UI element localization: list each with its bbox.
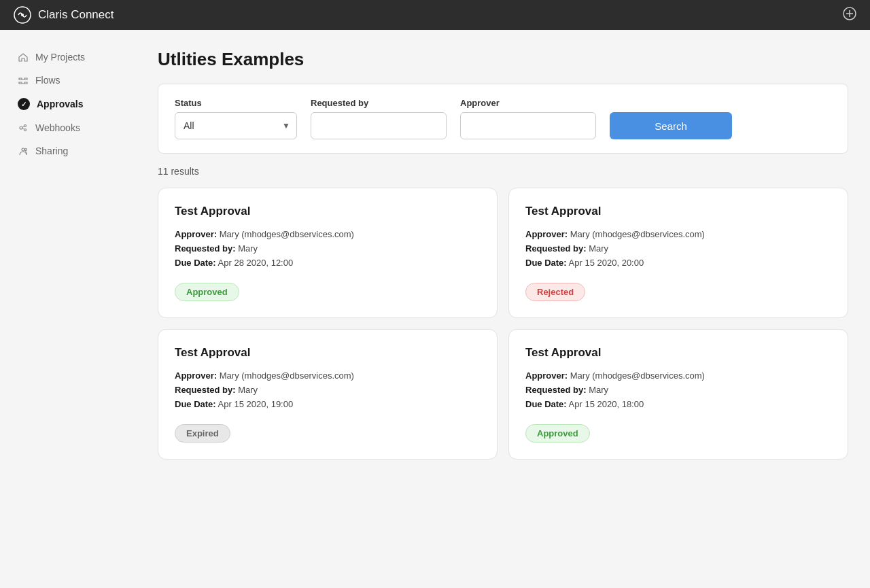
approval-card-1[interactable]: Test Approval Approver: Mary (mhodges@db… <box>158 188 498 318</box>
sidebar-item-flows[interactable]: Flows <box>11 69 125 91</box>
sidebar-item-approvals[interactable]: Approvals <box>11 92 125 116</box>
svg-point-5 <box>24 129 27 131</box>
card-approver-4: Approver: Mary (mhodges@dbservices.com) <box>525 370 831 381</box>
page-title: Utlities Examples <box>158 49 848 70</box>
sidebar: My Projects Flows Approvals <box>0 30 136 588</box>
search-button[interactable]: Search <box>610 112 732 139</box>
sharing-icon <box>18 145 29 156</box>
card-due-date-3: Due Date: Apr 15 2020, 19:00 <box>175 399 481 409</box>
results-count: 11 results <box>158 166 848 177</box>
cards-grid: Test Approval Approver: Mary (mhodges@db… <box>158 188 848 460</box>
approval-card-3[interactable]: Test Approval Approver: Mary (mhodges@db… <box>158 329 498 460</box>
sidebar-item-sharing[interactable]: Sharing <box>11 140 125 162</box>
claris-connect-icon <box>14 6 31 24</box>
status-select-wrap: All Approved Rejected Expired Pending ▼ <box>175 112 297 139</box>
card-requested-by-1: Requested by: Mary <box>175 243 481 254</box>
sidebar-label-sharing: Sharing <box>35 145 68 156</box>
card-requested-by-4: Requested by: Mary <box>525 385 831 395</box>
requested-by-label-1: Requested by: <box>175 243 236 254</box>
sidebar-label-my-projects: My Projects <box>35 52 85 63</box>
approver-value-1: Mary (mhodges@dbservices.com) <box>220 229 354 239</box>
approver-filter-field: Approver <box>460 98 596 139</box>
svg-point-1 <box>21 14 24 16</box>
requested-by-label: Requested by <box>311 98 447 108</box>
status-badge-1: Approved <box>175 283 239 301</box>
sidebar-item-my-projects[interactable]: My Projects <box>11 46 125 68</box>
sidebar-label-approvals: Approvals <box>37 99 83 109</box>
requested-by-value-2: Mary <box>589 243 608 254</box>
approver-input[interactable] <box>460 112 596 139</box>
card-title-2: Test Approval <box>525 205 831 218</box>
topbar: Claris Connect <box>0 0 870 30</box>
card-due-date-4: Due Date: Apr 15 2020, 18:00 <box>525 399 831 409</box>
status-select[interactable]: All Approved Rejected Expired Pending <box>175 112 297 139</box>
flows-icon <box>18 75 29 86</box>
approval-card-2[interactable]: Test Approval Approver: Mary (mhodges@db… <box>508 188 848 318</box>
approver-label-3: Approver: <box>175 370 217 381</box>
requested-by-label-4: Requested by: <box>525 385 587 395</box>
status-badge-2: Rejected <box>525 283 585 301</box>
sidebar-label-webhooks: Webhooks <box>35 122 80 133</box>
card-requested-by-2: Requested by: Mary <box>525 243 831 254</box>
approver-label: Approver <box>460 98 596 108</box>
card-approver-3: Approver: Mary (mhodges@dbservices.com) <box>175 370 481 381</box>
due-date-value-2: Apr 15 2020, 20:00 <box>569 258 644 268</box>
approver-value-4: Mary (mhodges@dbservices.com) <box>570 370 705 381</box>
requested-by-label-2: Requested by: <box>525 243 587 254</box>
svg-point-7 <box>25 149 27 151</box>
status-badge-3: Expired <box>175 424 230 443</box>
due-date-value-1: Apr 28 2020, 12:00 <box>218 258 294 268</box>
brand: Claris Connect <box>14 6 114 24</box>
app-body: My Projects Flows Approvals <box>0 30 870 588</box>
requested-by-filter-field: Requested by <box>311 98 447 139</box>
filter-row: Status All Approved Rejected Expired Pen… <box>175 98 831 139</box>
due-date-label-2: Due Date: <box>525 258 567 268</box>
brand-label: Claris Connect <box>38 8 114 22</box>
approver-label-1: Approver: <box>175 229 217 239</box>
card-due-date-2: Due Date: Apr 15 2020, 20:00 <box>525 258 831 268</box>
due-date-label-3: Due Date: <box>175 399 216 409</box>
main-content: Utlities Examples Status All Approved Re… <box>136 30 870 588</box>
requested-by-label-3: Requested by: <box>175 385 236 395</box>
home-icon <box>18 52 29 63</box>
requested-by-value-3: Mary <box>238 385 258 395</box>
status-filter-field: Status All Approved Rejected Expired Pen… <box>175 98 297 139</box>
approver-value-3: Mary (mhodges@dbservices.com) <box>220 370 354 381</box>
due-date-value-4: Apr 15 2020, 18:00 <box>569 399 644 409</box>
due-date-label-1: Due Date: <box>175 258 216 268</box>
status-label: Status <box>175 98 297 108</box>
due-date-label-4: Due Date: <box>525 399 567 409</box>
card-title-1: Test Approval <box>175 205 481 218</box>
svg-point-3 <box>20 126 22 129</box>
sidebar-label-flows: Flows <box>35 75 60 86</box>
svg-point-4 <box>24 125 27 127</box>
svg-point-6 <box>22 148 24 151</box>
status-badge-4: Approved <box>525 424 590 443</box>
card-approver-2: Approver: Mary (mhodges@dbservices.com) <box>525 229 831 239</box>
accessibility-icon[interactable] <box>843 7 856 24</box>
sidebar-item-webhooks[interactable]: Webhooks <box>11 117 125 139</box>
card-approver-1: Approver: Mary (mhodges@dbservices.com) <box>175 229 481 239</box>
card-requested-by-3: Requested by: Mary <box>175 385 481 395</box>
card-title-3: Test Approval <box>175 346 481 360</box>
due-date-value-3: Apr 15 2020, 19:00 <box>218 399 294 409</box>
card-title-4: Test Approval <box>525 346 831 360</box>
webhooks-icon <box>18 122 29 133</box>
approver-value-2: Mary (mhodges@dbservices.com) <box>570 229 705 239</box>
approvals-active-icon <box>18 98 30 110</box>
approver-label-4: Approver: <box>525 370 568 381</box>
requested-by-input[interactable] <box>311 112 447 139</box>
requested-by-value-4: Mary <box>589 385 608 395</box>
requested-by-value-1: Mary <box>238 243 258 254</box>
approval-card-4[interactable]: Test Approval Approver: Mary (mhodges@db… <box>508 329 848 460</box>
approver-label-2: Approver: <box>525 229 568 239</box>
card-due-date-1: Due Date: Apr 28 2020, 12:00 <box>175 258 481 268</box>
filter-panel: Status All Approved Rejected Expired Pen… <box>158 84 848 154</box>
